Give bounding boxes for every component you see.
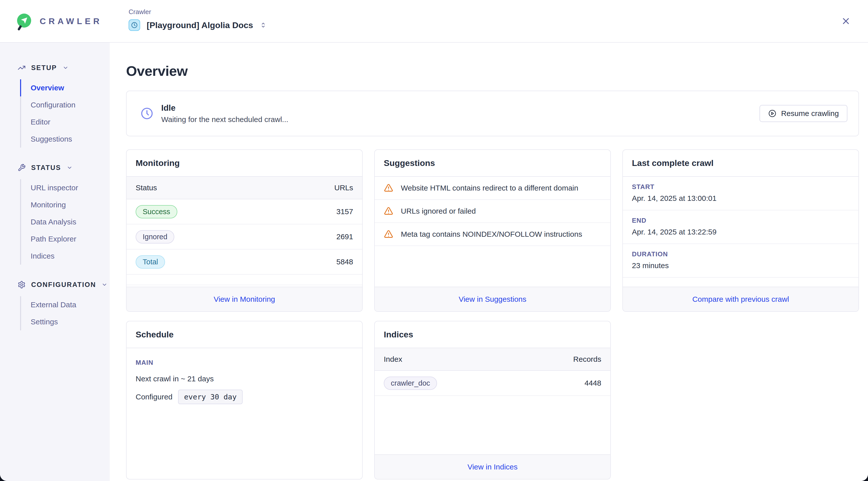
urls-count: 5848 [336, 258, 353, 266]
suggestion-item[interactable]: Meta tag contains NOINDEX/NOFOLLOW instr… [375, 223, 610, 246]
status-badge-success: Success [135, 205, 177, 218]
indices-card: Indices Index Records crawler_doc 4448 V… [374, 321, 611, 480]
next-crawl-text: Next crawl in ~ 21 days [135, 375, 353, 383]
sidebar-section-label: STATUS [31, 164, 61, 172]
table-row: Total 5848 [127, 250, 362, 275]
compare-previous-crawl-link[interactable]: Compare with previous crawl [692, 295, 789, 303]
sidebar-section-label: SETUP [31, 64, 57, 72]
field-label: END [632, 217, 849, 224]
records-count: 4448 [584, 379, 601, 387]
suggestion-text: Website HTML contains redirect to a diff… [401, 184, 578, 192]
table-row: Ignored 2691 [127, 224, 362, 250]
page-title: Overview [126, 63, 859, 79]
field-value: 23 minutes [632, 261, 849, 270]
sidebar-item-settings[interactable]: Settings [20, 313, 110, 330]
crawl-status-banner: Idle Waiting for the next scheduled craw… [126, 91, 859, 136]
urls-count: 2691 [336, 232, 353, 241]
chevron-down-icon [63, 65, 68, 71]
crawler-name: [Playground] Algolia Docs [147, 20, 253, 30]
field-label: START [632, 183, 849, 191]
column-status: Status [135, 184, 157, 192]
indices-card-title: Indices [375, 321, 610, 348]
sidebar-section-status: STATUS URL inspector Monitoring Data Ana… [0, 164, 110, 265]
sidebar-section-status-header[interactable]: STATUS [0, 164, 110, 172]
crawler-app-window: CRAWLER Crawler [Playground] Algolia Doc… [0, 0, 868, 481]
schedule-card-title: Schedule [127, 321, 362, 348]
sidebar-item-suggestions[interactable]: Suggestions [20, 131, 110, 148]
table-row: Success 3157 [127, 199, 362, 224]
sidebar-section-setup: SETUP Overview Configuration Editor Sugg… [0, 64, 110, 148]
view-in-indices-link[interactable]: View in Indices [467, 463, 518, 471]
monitoring-table-header: Status URLs [127, 177, 362, 199]
view-in-suggestions-link[interactable]: View in Suggestions [459, 295, 526, 303]
configured-label: Configured [135, 393, 173, 401]
last-crawl-start-field: START Apr. 14, 2025 at 13:00:01 [623, 177, 859, 211]
warning-triangle-icon [384, 206, 393, 216]
schedule-group-label: MAIN [135, 359, 353, 366]
sidebar-item-configuration[interactable]: Configuration [20, 96, 110, 114]
sidebar-item-data-analysis[interactable]: Data Analysis [20, 214, 110, 230]
column-records: Records [573, 355, 601, 363]
chevron-down-icon [67, 165, 72, 171]
table-row: crawler_doc 4448 [375, 371, 610, 396]
crawler-selector[interactable]: Crawler [Playground] Algolia Docs [129, 8, 267, 31]
crawler-clock-tile-icon [129, 19, 140, 31]
main-content: Overview Idle Waiting for the next sched… [110, 43, 868, 481]
schedule-interval-badge: every 30 day [178, 390, 243, 404]
last-crawl-card-footer: Compare with previous crawl [623, 287, 859, 311]
clock-icon [140, 107, 154, 120]
resume-crawling-button[interactable]: Resume crawling [760, 105, 847, 122]
brand-name: CRAWLER [40, 16, 102, 26]
crawler-logo: CRAWLER [17, 13, 102, 29]
close-icon [841, 16, 851, 26]
sidebar-item-monitoring[interactable]: Monitoring [20, 196, 110, 214]
empty-row [127, 275, 362, 285]
app-header: CRAWLER Crawler [Playground] Algolia Doc… [0, 0, 868, 43]
indices-table-header: Index Records [375, 348, 610, 371]
warning-triangle-icon [384, 229, 393, 239]
field-value: Apr. 14, 2025 at 13:22:59 [632, 228, 849, 236]
sidebar-item-path-explorer[interactable]: Path Explorer [20, 230, 110, 248]
sidebar-item-external-data[interactable]: External Data [20, 296, 110, 313]
suggestion-text: Meta tag contains NOINDEX/NOFOLLOW instr… [401, 230, 582, 238]
trending-up-icon [18, 64, 26, 72]
indices-card-footer: View in Indices [375, 454, 610, 479]
sidebar-item-indices[interactable]: Indices [20, 248, 110, 265]
monitoring-card: Monitoring Status URLs Success 3157 Igno… [126, 149, 363, 312]
monitoring-card-title: Monitoring [127, 150, 362, 177]
suggestions-card-footer: View in Suggestions [375, 287, 610, 311]
sidebar-item-editor[interactable]: Editor [20, 114, 110, 131]
last-complete-crawl-card: Last complete crawl START Apr. 14, 2025 … [622, 149, 859, 312]
suggestion-item[interactable]: Website HTML contains redirect to a diff… [375, 177, 610, 200]
suggestions-card: Suggestions Website HTML contains redire… [374, 149, 611, 312]
chevron-down-icon [101, 282, 107, 288]
view-in-monitoring-link[interactable]: View in Monitoring [214, 295, 275, 303]
last-crawl-end-field: END Apr. 14, 2025 at 13:22:59 [623, 211, 859, 244]
gear-icon [18, 281, 26, 289]
crawler-selector-label: Crawler [129, 8, 267, 16]
status-badge-total: Total [135, 255, 165, 268]
last-crawl-duration-field: DURATION 23 minutes [623, 244, 859, 278]
urls-count: 3157 [336, 207, 353, 216]
field-label: DURATION [632, 250, 849, 258]
chevrons-up-down-icon[interactable] [260, 22, 267, 29]
crawler-logo-icon [17, 13, 32, 29]
resume-crawling-label: Resume crawling [781, 109, 839, 118]
last-crawl-card-title: Last complete crawl [623, 150, 859, 177]
warning-triangle-icon [384, 183, 393, 193]
wrench-icon [18, 164, 26, 172]
sidebar-section-configuration-header[interactable]: CONFIGURATION [0, 281, 110, 289]
play-circle-icon [768, 109, 777, 118]
index-name-pill[interactable]: crawler_doc [384, 377, 437, 390]
sidebar-item-url-inspector[interactable]: URL inspector [20, 179, 110, 196]
close-button[interactable] [840, 15, 851, 27]
sidebar-section-setup-header[interactable]: SETUP [0, 64, 110, 72]
suggestion-item[interactable]: URLs ignored or failed [375, 200, 610, 223]
schedule-card: Schedule MAIN Next crawl in ~ 21 days Co… [126, 321, 363, 480]
sidebar-section-configuration: CONFIGURATION External Data Settings [0, 281, 110, 330]
sidebar-item-overview[interactable]: Overview [20, 79, 110, 96]
sidebar: SETUP Overview Configuration Editor Sugg… [0, 43, 110, 481]
status-badge-ignored: Ignored [135, 230, 174, 244]
sidebar-section-label: CONFIGURATION [31, 281, 96, 289]
field-value: Apr. 14, 2025 at 13:00:01 [632, 194, 849, 202]
